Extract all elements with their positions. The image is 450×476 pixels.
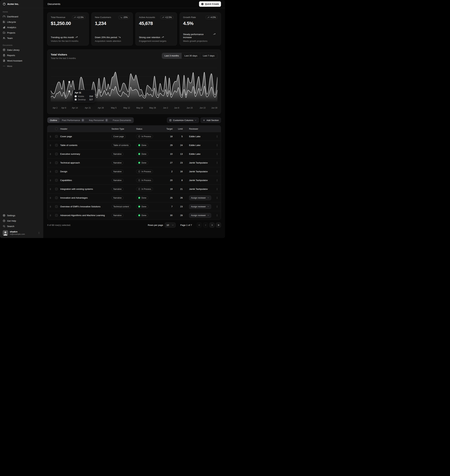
drag-handle-icon[interactable] bbox=[49, 205, 52, 208]
stat-trend-badge: +4.5% bbox=[206, 16, 217, 19]
row-target[interactable]: 29 bbox=[163, 144, 173, 146]
row-target[interactable]: 2 bbox=[163, 170, 173, 173]
row-menu-button[interactable] bbox=[216, 135, 219, 138]
sidebar-item-lifecycle[interactable]: Lifecycle bbox=[1, 19, 42, 25]
row-checkbox[interactable] bbox=[55, 162, 58, 164]
range-option-last-7-days[interactable]: Last 7 days bbox=[200, 53, 217, 59]
row-menu-button[interactable] bbox=[216, 188, 219, 191]
row-header[interactable]: Cover page bbox=[60, 135, 112, 138]
row-limit[interactable]: 28 bbox=[173, 214, 183, 217]
sidebar-item-get-help[interactable]: Get Help bbox=[1, 218, 42, 224]
row-limit[interactable]: 13 bbox=[173, 153, 183, 155]
assign-reviewer-select[interactable]: Assign reviewer bbox=[189, 213, 211, 218]
sidebar-item-reports[interactable]: Reports bbox=[1, 52, 42, 58]
row-menu-button[interactable] bbox=[216, 162, 219, 164]
row-header[interactable]: Executive summary bbox=[60, 153, 112, 155]
row-checkbox[interactable] bbox=[55, 205, 58, 208]
row-menu-button[interactable] bbox=[216, 214, 219, 217]
row-target[interactable]: 18 bbox=[163, 135, 173, 138]
row-checkbox[interactable] bbox=[55, 188, 58, 190]
row-checkbox[interactable] bbox=[55, 197, 58, 199]
row-limit[interactable]: 16 bbox=[173, 170, 183, 173]
row-limit[interactable]: 5 bbox=[173, 135, 183, 138]
stat-footer-title: Strong user retention bbox=[139, 36, 173, 39]
visitors-chart[interactable]: Apr 2Apr 8Apr 14Apr 21Apr 28May 5May 12M… bbox=[51, 63, 217, 110]
row-limit[interactable]: 23 bbox=[173, 205, 183, 208]
sidebar-item-word-assistant[interactable]: Word Assistant bbox=[1, 58, 42, 63]
tab-past-performance[interactable]: Past Performance3 bbox=[60, 118, 87, 122]
assign-reviewer-select[interactable]: Assign reviewer bbox=[189, 196, 211, 200]
tab-outline[interactable]: Outline bbox=[48, 118, 59, 122]
row-header[interactable]: Advanced Algorithms and Machine Learning bbox=[60, 214, 112, 217]
row-limit[interactable]: 24 bbox=[173, 144, 183, 146]
rows-per-page-select[interactable]: 10 bbox=[165, 222, 176, 227]
sidebar-item-analytics[interactable]: Analytics bbox=[1, 25, 42, 30]
select-all-checkbox[interactable] bbox=[55, 128, 58, 130]
drag-handle-icon[interactable] bbox=[49, 170, 52, 173]
tab-focus-documents[interactable]: Focus Documents bbox=[111, 118, 133, 122]
status-badge: In Process bbox=[136, 187, 153, 191]
row-target[interactable]: 19 bbox=[163, 188, 173, 190]
row-header[interactable]: Innovation and Advantages bbox=[60, 197, 112, 199]
range-option-last-30-days[interactable]: Last 30 days bbox=[182, 53, 200, 59]
sidebar-item-more[interactable]: More bbox=[1, 63, 42, 69]
row-checkbox[interactable] bbox=[55, 170, 58, 173]
next-page-button[interactable] bbox=[209, 222, 214, 227]
row-menu-button[interactable] bbox=[216, 170, 219, 173]
row-limit[interactable]: 21 bbox=[173, 188, 183, 190]
quick-create-button[interactable]: Quick Create bbox=[199, 1, 221, 7]
user-menu[interactable]: shadcn m@example.com bbox=[1, 229, 42, 237]
range-option-last-3-months[interactable]: Last 3 months bbox=[162, 53, 182, 59]
row-target[interactable]: 7 bbox=[163, 205, 173, 208]
row-target[interactable]: 30 bbox=[163, 214, 173, 217]
assign-reviewer-select[interactable]: Assign reviewer bbox=[189, 204, 211, 209]
row-menu-button[interactable] bbox=[216, 153, 219, 155]
row-checkbox[interactable] bbox=[55, 153, 58, 155]
row-header[interactable]: Technical approach bbox=[60, 162, 112, 164]
row-menu-button[interactable] bbox=[216, 197, 219, 199]
row-menu-button[interactable] bbox=[216, 144, 219, 147]
row-header[interactable]: Integration with existing systems bbox=[60, 188, 112, 190]
row-limit[interactable]: 23 bbox=[173, 162, 183, 164]
row-menu-button[interactable] bbox=[216, 205, 219, 208]
tab-label: Outline bbox=[50, 119, 57, 122]
row-target[interactable]: 25 bbox=[163, 197, 173, 199]
row-target[interactable]: 27 bbox=[163, 162, 173, 164]
sidebar-group: HomeDashboardLifecycleAnalyticsProjectsT… bbox=[1, 10, 42, 41]
drag-handle-icon[interactable] bbox=[49, 153, 52, 155]
sidebar-item-dashboard[interactable]: Dashboard bbox=[1, 14, 42, 19]
row-target[interactable]: 10 bbox=[163, 153, 173, 155]
drag-handle-icon[interactable] bbox=[49, 214, 52, 217]
sidebar-item-settings[interactable]: Settings bbox=[1, 213, 42, 218]
drag-handle-icon[interactable] bbox=[49, 162, 52, 164]
sidebar-item-projects[interactable]: Projects bbox=[1, 30, 42, 35]
row-header[interactable]: Overview of EMR's Innovative Solutions bbox=[60, 205, 112, 208]
row-limit[interactable]: 8 bbox=[173, 179, 183, 181]
last-page-button[interactable] bbox=[216, 222, 221, 227]
user-menu-dots-icon[interactable] bbox=[38, 232, 40, 234]
add-section-button[interactable]: Add Section bbox=[201, 117, 221, 123]
row-checkbox[interactable] bbox=[55, 144, 58, 146]
drag-handle-icon[interactable] bbox=[49, 188, 52, 191]
customize-columns-button[interactable]: Customize Columns bbox=[167, 117, 199, 123]
row-menu-button[interactable] bbox=[216, 179, 219, 182]
avatar bbox=[3, 230, 8, 236]
row-checkbox[interactable] bbox=[55, 214, 58, 217]
drag-handle-icon[interactable] bbox=[49, 144, 52, 147]
row-limit[interactable]: 26 bbox=[173, 197, 183, 199]
row-checkbox[interactable] bbox=[55, 135, 58, 138]
row-header[interactable]: Table of contents bbox=[60, 144, 112, 146]
drag-handle-icon[interactable] bbox=[49, 179, 52, 182]
row-header[interactable]: Design bbox=[60, 170, 112, 173]
sidebar-item-team[interactable]: Team bbox=[1, 35, 42, 41]
row-target[interactable]: 20 bbox=[163, 179, 173, 181]
tab-key-personnel[interactable]: Key Personnel2 bbox=[87, 118, 110, 122]
drag-handle-icon[interactable] bbox=[49, 135, 52, 138]
row-header[interactable]: Capabilities bbox=[60, 179, 112, 181]
sidebar-item-search[interactable]: Search bbox=[1, 224, 42, 229]
sidebar-header[interactable]: Acme Inc. bbox=[0, 0, 43, 8]
drag-handle-icon[interactable] bbox=[49, 197, 52, 199]
first-page-button bbox=[197, 222, 202, 227]
sidebar-item-data-library[interactable]: Data Library bbox=[1, 47, 42, 52]
row-checkbox[interactable] bbox=[55, 179, 58, 181]
